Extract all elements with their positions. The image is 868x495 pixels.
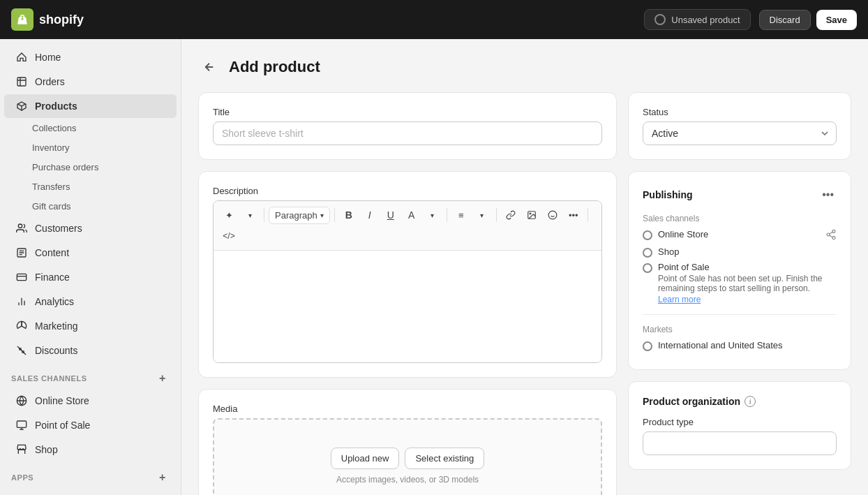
svg-rect-0	[17, 77, 26, 86]
sidebar-item-orders[interactable]: Orders	[4, 70, 177, 94]
toolbar-ai-btn[interactable]: ✦	[219, 205, 239, 225]
upload-new-button[interactable]: Upload new	[331, 448, 400, 469]
toolbar-paragraph-dropdown[interactable]: Paragraph ▾	[269, 207, 330, 224]
pos-label: Point of Sale	[35, 420, 90, 431]
toolbar-divider-4	[496, 208, 497, 222]
sidebar-item-online-store[interactable]: Online Store	[4, 389, 177, 413]
toolbar-align-btn[interactable]: ≡	[451, 205, 471, 225]
channel-name-shop: Shop	[658, 246, 679, 257]
title-input[interactable]	[213, 121, 602, 145]
toolbar-ai-dropdown-btn[interactable]: ▾	[240, 205, 260, 225]
online-store-icon	[15, 394, 28, 407]
channel-name-online-store: Online Store	[658, 229, 708, 239]
sidebar-sub-item-purchase-orders[interactable]: Purchase orders	[4, 158, 177, 177]
select-existing-button[interactable]: Select existing	[405, 448, 484, 469]
status-select[interactable]: Active Draft Archived	[643, 121, 837, 145]
sidebar-item-shop[interactable]: Shop	[4, 438, 177, 461]
toolbar-more-btn[interactable]: •••	[564, 205, 583, 225]
title-card: Title	[198, 92, 617, 160]
marketing-icon	[15, 320, 28, 332]
discounts-icon	[15, 344, 28, 357]
editor-toolbar: ✦ ▾ Paragraph ▾ B I U A	[214, 201, 601, 251]
back-button[interactable]	[198, 56, 220, 78]
unsaved-label: Unsaved product	[671, 15, 740, 25]
sidebar-item-orders-label: Orders	[35, 76, 65, 87]
sidebar-item-home[interactable]: Home	[4, 45, 177, 69]
sidebar-sub-item-gift-cards[interactable]: Gift cards	[4, 197, 177, 216]
product-type-input[interactable]	[643, 431, 837, 455]
sidebar-item-finance[interactable]: Finance	[4, 265, 177, 289]
market-item-intl: International and United States	[643, 340, 837, 351]
paragraph-chevron-icon: ▾	[320, 212, 324, 219]
content-icon	[15, 246, 28, 259]
online-store-share-icon[interactable]	[825, 229, 837, 242]
topbar-actions: Discard Save	[759, 10, 857, 30]
toolbar-underline-btn[interactable]: U	[381, 205, 401, 225]
toolbar-italic-btn[interactable]: I	[360, 205, 380, 225]
sidebar-item-marketing[interactable]: Marketing	[4, 314, 177, 338]
sidebar: Home Orders Products Collections Invento…	[0, 39, 181, 495]
svg-line-21	[830, 232, 833, 234]
left-column: Title Description ✦ ▾ Paragraph	[198, 92, 617, 495]
unsaved-dot-icon	[654, 14, 666, 25]
content-grid: Title Description ✦ ▾ Paragraph	[198, 92, 851, 495]
channel-name-pos: Point of Sale	[658, 262, 837, 272]
page-header: Add product	[198, 56, 851, 78]
toolbar-emoji-btn[interactable]	[543, 205, 562, 225]
sidebar-item-products-label: Products	[35, 101, 77, 112]
toolbar-color-btn[interactable]: A	[402, 205, 421, 225]
media-label: Media	[213, 404, 602, 414]
sidebar-item-content[interactable]: Content	[4, 241, 177, 265]
sidebar-item-marketing-label: Marketing	[35, 320, 77, 332]
sidebar-sub-item-transfers[interactable]: Transfers	[4, 177, 177, 196]
description-card: Description ✦ ▾ Paragraph ▾	[198, 171, 617, 378]
product-org-info-icon[interactable]: i	[744, 396, 756, 407]
shopify-bag-icon	[11, 8, 33, 31]
svg-point-14	[548, 211, 557, 219]
toolbar-divider-5	[588, 208, 588, 222]
sidebar-sub-item-collections[interactable]: Collections	[4, 119, 177, 138]
shop-icon	[15, 443, 28, 456]
channel-radio-online-store	[643, 230, 652, 240]
learn-more-link[interactable]: Learn more	[658, 295, 701, 304]
publishing-more-button[interactable]: •••	[819, 186, 837, 204]
title-label: Title	[213, 107, 602, 117]
unsaved-notice: Unsaved product	[644, 9, 750, 30]
svg-point-17	[832, 230, 835, 232]
sidebar-item-analytics[interactable]: Analytics	[4, 290, 177, 313]
toolbar-image-btn[interactable]	[522, 205, 541, 225]
save-button[interactable]: Save	[816, 10, 857, 30]
channel-item-shop: Shop	[643, 246, 837, 258]
sidebar-item-point-of-sale[interactable]: Point of Sale	[4, 413, 177, 437]
description-editor: ✦ ▾ Paragraph ▾ B I U A	[213, 200, 602, 363]
sidebar-item-products[interactable]: Products	[4, 94, 177, 118]
sidebar-sub-item-inventory[interactable]: Inventory	[4, 138, 177, 157]
main-layout: Home Orders Products Collections Invento…	[0, 39, 868, 495]
sidebar-item-discounts-label: Discounts	[35, 345, 77, 356]
product-org-title: Product organization	[643, 396, 740, 407]
shopify-logo: shopify	[11, 8, 84, 31]
toolbar-color-dropdown-btn[interactable]: ▾	[423, 205, 442, 225]
toolbar-code-btn[interactable]: </>	[219, 226, 239, 246]
toolbar-align-dropdown-btn[interactable]: ▾	[472, 205, 492, 225]
right-column: Status Active Draft Archived Publishing …	[628, 92, 851, 495]
svg-point-13	[530, 213, 531, 214]
sidebar-item-discounts[interactable]: Discounts	[4, 339, 177, 362]
sidebar-item-customers[interactable]: Customers	[4, 216, 177, 240]
apps-add-btn[interactable]: +	[156, 471, 170, 485]
channel-item-point-of-sale: Point of Sale Point of Sale has not been…	[643, 262, 837, 304]
toolbar-bold-btn[interactable]: B	[339, 205, 359, 225]
page-title: Add product	[229, 58, 320, 76]
products-icon	[15, 100, 28, 112]
sidebar-item-finance-label: Finance	[35, 272, 70, 283]
toolbar-divider-2	[334, 208, 335, 222]
sidebar-item-content-label: Content	[35, 247, 69, 258]
toolbar-link-btn[interactable]	[501, 205, 521, 225]
editor-body[interactable]	[214, 251, 601, 362]
shopify-logo-text: shopify	[39, 13, 84, 27]
online-store-label: Online Store	[35, 395, 89, 406]
apps-label: Apps	[11, 473, 33, 482]
svg-rect-4	[17, 274, 26, 280]
sales-channels-add-btn[interactable]: +	[156, 371, 170, 385]
discard-button[interactable]: Discard	[759, 10, 811, 30]
